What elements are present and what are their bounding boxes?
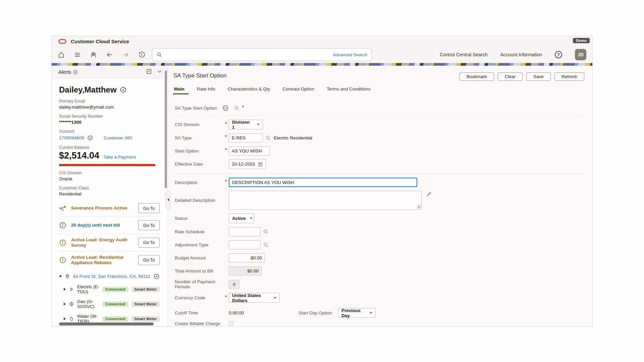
- horizontal-scrollbar[interactable]: [59, 322, 154, 325]
- go-to-button[interactable]: Go To: [138, 238, 160, 248]
- advanced-search-link[interactable]: Advanced Search: [333, 52, 367, 57]
- search-icon[interactable]: [263, 242, 269, 248]
- tab-main[interactable]: Main: [174, 86, 184, 95]
- status-select[interactable]: Active: [229, 214, 254, 223]
- info-icon: [59, 239, 66, 246]
- caret-down-icon[interactable]: [59, 276, 62, 278]
- ssn-label: Social Security Number: [59, 114, 160, 119]
- alerts-list: Severance Process Active Go To 20 day(s)…: [59, 200, 160, 268]
- premise-address-link[interactable]: 84 Front St, San Francisco, CA, 94111: [73, 274, 150, 279]
- water-icon: [69, 316, 74, 321]
- sa-type-form: SA Type Start Option CIS Division Divisi…: [172, 101, 584, 327]
- history-icon[interactable]: [138, 51, 145, 58]
- home-icon[interactable]: [58, 51, 65, 58]
- control-central-search-link[interactable]: Control Central Search: [440, 52, 487, 57]
- current-balance-value: $2,514.04: [59, 150, 99, 161]
- cis-division-label: CIS Division: [175, 122, 225, 127]
- caret-right-icon[interactable]: [64, 288, 66, 291]
- chevron-down-icon[interactable]: [157, 69, 162, 75]
- customer-menu-icon[interactable]: [120, 86, 126, 93]
- service-name[interactable]: Gas (G-SGSVC): [77, 299, 99, 309]
- sa-type-input[interactable]: [229, 133, 263, 142]
- go-to-button[interactable]: Go To: [138, 220, 160, 230]
- customer-panel: Dailey,Matthew Primary Email dailey.matt…: [52, 78, 168, 327]
- account-information-link[interactable]: Account Information: [500, 52, 542, 57]
- alert-text[interactable]: Active Lead: Residential Appliance Rebat…: [71, 255, 138, 265]
- alerts-sidebar: Alerts Dailey,Matthew Primary Email dail…: [52, 66, 168, 327]
- go-to-button[interactable]: Go To: [138, 255, 160, 265]
- alert-text[interactable]: Severance Process Active: [71, 205, 138, 211]
- smart-meter-badge: Smart Meter: [131, 301, 160, 307]
- detailed-description-textarea[interactable]: [229, 191, 422, 210]
- total-amount-label: Total Amount to Bill: [175, 268, 225, 274]
- back-icon[interactable]: [106, 51, 113, 58]
- forward-icon[interactable]: [122, 51, 129, 58]
- premise-menu-icon[interactable]: [153, 273, 160, 280]
- edit-pencil-icon[interactable]: [426, 191, 432, 197]
- search-icon[interactable]: [263, 229, 269, 235]
- chevron-down-icon: [250, 218, 253, 219]
- account-menu-icon[interactable]: [87, 135, 93, 141]
- vertical-scrollbar[interactable]: [165, 70, 167, 188]
- alert-text[interactable]: 20 day(s) until next bill: [71, 223, 138, 228]
- agent-icon[interactable]: [90, 51, 97, 58]
- app-title: Customer Cloud Service: [71, 39, 129, 44]
- take-a-payment-link[interactable]: Take a Payment: [103, 155, 136, 160]
- status-row: Status Active: [175, 214, 584, 223]
- tab-characteristics-qty[interactable]: Characteristics & Qty: [228, 86, 270, 95]
- sidebar-collapse-handle[interactable]: [165, 190, 171, 209]
- effective-date-input[interactable]: 10-12-2023: [229, 159, 266, 169]
- start-day-option-select[interactable]: Previous Day: [338, 308, 376, 318]
- service-name[interactable]: Electric (E-TOU): [77, 284, 99, 294]
- account-label: Account: [59, 129, 160, 134]
- tab-terms-conditions[interactable]: Terms and Conditions: [327, 86, 371, 95]
- help-icon[interactable]: ?: [555, 51, 562, 58]
- payment-periods-row: Number of Payment Periods: [175, 279, 584, 289]
- refresh-button[interactable]: Refresh: [554, 72, 584, 81]
- cis-division-label: CIS Division: [59, 171, 160, 175]
- info-icon: [59, 222, 66, 229]
- cis-division-select[interactable]: Division 1: [229, 120, 263, 129]
- rate-schedule-label: Rate Schedule: [175, 229, 225, 234]
- go-to-button[interactable]: Go To: [138, 203, 160, 213]
- effective-date-label: Effective Date: [175, 162, 225, 167]
- sa-type-descriptor: Electric Residential: [274, 135, 312, 140]
- adjustment-type-input[interactable]: [229, 240, 261, 249]
- bookmark-button[interactable]: Bookmark: [460, 72, 494, 81]
- start-option-input[interactable]: [229, 146, 270, 156]
- alert-row: Active Lead: Residential Appliance Rebat…: [59, 251, 160, 268]
- alert-row: Active Lead: Energy Audit Survey Go To: [59, 234, 160, 251]
- demo-badge: Demo: [573, 38, 590, 43]
- calendar-icon[interactable]: [258, 162, 263, 167]
- description-input[interactable]: [229, 178, 417, 187]
- search-input[interactable]: [165, 52, 330, 57]
- customer-360-link[interactable]: Customer 360: [104, 135, 132, 140]
- currency-code-select[interactable]: United States Dollars: [229, 293, 280, 303]
- menu-icon[interactable]: [74, 51, 81, 58]
- detailed-description-label: Detailed Description: [175, 198, 225, 203]
- tab-contract-option[interactable]: Contract Option: [282, 86, 314, 95]
- search-icon[interactable]: [265, 135, 271, 141]
- primary-email-label: Primary Email: [59, 99, 160, 104]
- sa-type-row: SA Type Electric Residential: [175, 133, 584, 142]
- alert-row: 20 day(s) until next bill Go To: [59, 217, 160, 234]
- avatar[interactable]: JD: [575, 49, 586, 60]
- alert-text[interactable]: Active Lead: Energy Audit Survey: [71, 237, 138, 248]
- form-header-row: SA Type Start Option: [172, 101, 584, 116]
- clear-button[interactable]: Clear: [498, 72, 523, 81]
- save-button[interactable]: Save: [526, 72, 551, 81]
- caret-right-icon[interactable]: [64, 317, 66, 320]
- customer-class-label: Customer Class: [59, 186, 160, 190]
- alert-filter-icon[interactable]: [146, 68, 152, 76]
- rate-schedule-input[interactable]: [229, 227, 261, 236]
- required-marker: [225, 180, 229, 185]
- section-divider: [175, 174, 584, 174]
- search-icon[interactable]: [234, 105, 239, 111]
- caret-right-icon[interactable]: [64, 303, 66, 305]
- tab-rate-info[interactable]: Rate Info: [197, 86, 215, 95]
- gas-icon: [69, 301, 74, 307]
- budget-amount-input[interactable]: [229, 253, 265, 262]
- field-menu-icon[interactable]: [222, 105, 229, 111]
- create-billable-checkbox[interactable]: [229, 321, 233, 326]
- account-number-link[interactable]: 1705064605: [59, 135, 84, 140]
